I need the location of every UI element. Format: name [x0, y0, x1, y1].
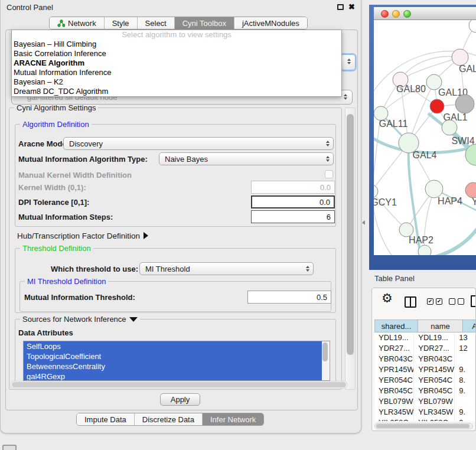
tab-select[interactable]: Select [137, 17, 174, 29]
node-label: GAL [459, 64, 476, 74]
table-row[interactable]: YDL19...YDL19...13 [374, 332, 476, 343]
table-row[interactable]: YBL079WYBL079W [374, 396, 476, 407]
column-header-2[interactable]: name [418, 319, 463, 332]
table-cell: YBR045C [374, 386, 414, 396]
scrollbar-thumb[interactable] [347, 114, 354, 355]
table-cell: YBR045C [414, 386, 455, 396]
split-columns-icon[interactable] [405, 296, 416, 308]
settings-horizontal-scrollbar[interactable] [10, 381, 348, 389]
network-node[interactable] [469, 20, 476, 32]
attribute-item-selected[interactable]: gal4RGexp [24, 371, 322, 381]
network-view-window: GALGAL80GAL10GAL1GAL11SWI4GAL4GCY1HAP4YH… [369, 5, 476, 270]
scrollbar-thumb[interactable] [376, 424, 470, 428]
splitter-collapse-arrow[interactable] [362, 220, 365, 225]
close-icon[interactable]: ✖ [348, 4, 355, 10]
table-row[interactable]: YER054CYER054C8. [374, 375, 476, 386]
minimize-traffic-light-icon[interactable] [392, 10, 400, 18]
kernel-width-field[interactable]: 0.0 [251, 181, 335, 194]
background-combo-fragment[interactable] [341, 54, 356, 70]
table-cell: YDL19... [414, 332, 455, 343]
node-label: HAP4 [438, 196, 462, 206]
algorithm-list: Bayesian – Hill ClimbingBasic Correlatio… [12, 40, 341, 96]
gear-icon[interactable]: ⚙ [382, 291, 393, 305]
table-row[interactable]: YPR145WYPR145W9. [374, 364, 476, 375]
tab-infer-network[interactable]: Infer Network [202, 413, 263, 425]
attribute-item-selected[interactable]: SelfLoops [24, 341, 322, 351]
algorithm-option[interactable]: Bayesian – Hill Climbing [12, 40, 341, 49]
network-node-gcy1[interactable] [374, 185, 378, 198]
table-cell: YDR27... [374, 343, 414, 354]
floating-mini-icon[interactable] [2, 445, 17, 450]
tab-jactivemnodules[interactable]: jActiveMNodules [234, 17, 307, 29]
table-row[interactable]: YLR345WYLR345W9. [374, 407, 476, 418]
unchecked-boxes-icon[interactable] [449, 298, 464, 305]
network-node[interactable] [455, 94, 474, 113]
table-cell: 12 [455, 343, 476, 354]
column-header-3[interactable]: A [463, 319, 476, 332]
settings-vertical-scrollbar[interactable] [345, 107, 356, 390]
document-icon[interactable] [471, 295, 476, 307]
algorithm-option[interactable]: Mutual Information Inference [12, 68, 341, 77]
tab-label: Select [145, 19, 167, 28]
network-node-hap4[interactable] [425, 180, 443, 198]
settings-group-title: Cyni Algorithm Settings [14, 103, 98, 112]
node-label: GAL11 [379, 119, 408, 129]
table-cell: YPR145W [374, 364, 414, 375]
hub-definition-toggle[interactable]: Hub/Transcription Factor Definition [17, 231, 148, 240]
network-node[interactable] [418, 245, 431, 255]
close-traffic-light-icon[interactable] [381, 10, 389, 18]
table-rows: YDL19...YDL19...13YDR27...YDR27...12YBR0… [374, 332, 476, 421]
network-node-gal[interactable] [452, 49, 468, 66]
algorithm-option[interactable]: Dream8 DC_TDC Algorithm [12, 87, 341, 96]
scrollbar-thumb[interactable] [12, 382, 346, 387]
network-node-swi4[interactable] [442, 120, 457, 135]
network-node-y[interactable] [465, 182, 476, 198]
aracne-mode-select[interactable]: Discovery [63, 137, 334, 150]
algorithm-option[interactable]: ARACNE Algorithm [12, 58, 341, 68]
table-horizontal-scrollbar[interactable] [374, 423, 473, 429]
apply-button[interactable]: Apply [160, 393, 200, 406]
mi-type-value: Naive Bayes [165, 155, 208, 164]
float-window-icon[interactable] [337, 4, 344, 10]
tab-discretize-data[interactable]: Discretize Data [134, 413, 202, 425]
data-attributes-list[interactable]: SelfLoopsTopologicalCoefficientBetweenne… [23, 341, 330, 381]
checked-boxes-icon[interactable]: ✔✔ [427, 298, 442, 305]
cyni-bottom-tab-bar: Impute DataDiscretize DataInfer Network [76, 413, 264, 426]
table-cell: 8. [455, 375, 476, 386]
sources-title-text: Sources for Network Inference [22, 315, 126, 324]
mi-threshold-field[interactable]: 0.5 [247, 291, 331, 304]
sources-group-title[interactable]: Sources for Network Inference [20, 315, 140, 324]
mi-steps-label: Mutual Information Steps: [18, 213, 113, 221]
table-row[interactable]: YBR045CYBR045C9. [374, 386, 476, 396]
table-row[interactable]: YDR27...YDR27...12 [374, 343, 476, 354]
node-label: Y [472, 197, 476, 207]
tab-style[interactable]: Style [104, 17, 137, 29]
manual-kernel-checkbox[interactable] [325, 170, 333, 178]
tab-cyni-toolbox[interactable]: Cyni Toolbox [174, 17, 234, 29]
algorithm-dropdown-popup: Select algorithm to view settings Bayesi… [11, 30, 342, 97]
attributes-scrollbar[interactable] [322, 341, 329, 380]
column-header-1[interactable]: shared... [374, 319, 418, 332]
attribute-item-selected[interactable]: TopologicalCoefficient [24, 351, 322, 361]
control-panel-title: Control Panel [6, 3, 53, 12]
mi-type-select[interactable]: Naive Bayes [159, 152, 334, 165]
mi-steps-field[interactable]: 6 [251, 210, 335, 223]
table-toolbar: ⚙ ✔✔ [372, 288, 475, 317]
tab-impute-data[interactable]: Impute Data [77, 413, 134, 425]
table-row[interactable]: YBR043CYBR043C [374, 354, 476, 364]
attribute-item-selected[interactable]: BetweennessCentrality [24, 361, 322, 371]
table-row[interactable]: YIL052CYIL052C9 [374, 418, 476, 421]
network-nodes-layer: GALGAL80GAL10GAL1GAL11SWI4GAL4GCY1HAP4YH… [374, 20, 476, 255]
control-panel-tab-bar: NetworkStyleSelectCyni ToolboxjActiveMNo… [49, 17, 308, 30]
zoom-traffic-light-icon[interactable] [403, 10, 411, 18]
network-node-gal1[interactable] [430, 99, 444, 113]
network-canvas[interactable]: GALGAL80GAL10GAL1GAL11SWI4GAL4GCY1HAP4YH… [374, 20, 476, 255]
dpi-tolerance-field[interactable]: 0.0 [251, 195, 335, 208]
tab-network[interactable]: Network [50, 17, 104, 29]
table-cell: 9. [455, 407, 476, 418]
table-cell [455, 354, 476, 364]
mi-type-label: Mutual Information Algorithm Type: [18, 155, 148, 164]
algorithm-option[interactable]: Basic Correlation Inference [12, 49, 341, 58]
algorithm-option[interactable]: Bayesian – K2 [12, 77, 341, 87]
which-threshold-select[interactable]: MI Threshold [139, 262, 314, 275]
